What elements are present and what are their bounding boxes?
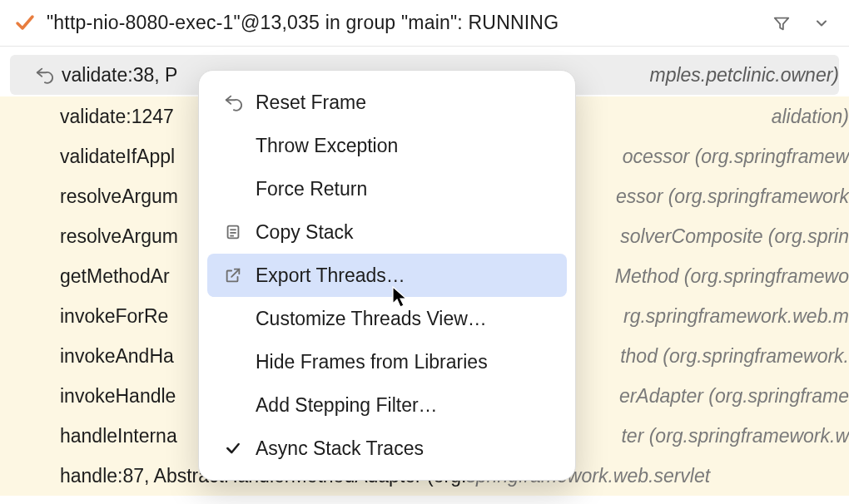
frame-method: handleInterna [60,425,177,447]
frame-method: resolveArgum [60,225,178,248]
frame-package: ocessor (org.springframew [623,146,849,168]
frame-method: invokeForRe [60,305,168,328]
blank-icon [222,308,244,329]
menu-export-threads[interactable]: Export Threads… [207,254,567,297]
menu-customize-threads-view[interactable]: Customize Threads View… [207,297,567,340]
blank-icon [222,394,244,416]
debugger-header: "http-nio-8080-exec-1"@13,035 in group "… [0,0,849,47]
menu-item-label: Force Return [256,178,552,200]
frame-method: validate:1247 [60,106,174,128]
frame-package: mples.petclinic.owner) [649,64,839,86]
frame-package: ter (org.springframework.w [621,425,849,447]
frame-package: alidation) [772,106,849,128]
menu-copy-stack[interactable]: Copy Stack [207,210,567,254]
menu-item-label: Hide Frames from Libraries [256,351,552,373]
frame-method: invokeHandle [60,385,176,408]
menu-item-label: Add Stepping Filter… [256,394,552,417]
menu-add-stepping-filter[interactable]: Add Stepping Filter… [207,383,567,427]
frame-package: essor (org.springframework [616,185,849,208]
blank-icon [222,351,244,373]
stack-icon [222,221,244,243]
menu-reset-frame[interactable]: Reset Frame [207,81,567,124]
frame-method: validateIfAppl [60,146,175,168]
menu-force-return[interactable]: Force Return [207,167,567,210]
check-icon [222,437,244,459]
frame-package: erAdapter (org.springframe [619,385,849,408]
frame-package: thod (org.springframework. [620,345,849,368]
frame-method: getMethodAr [60,265,170,288]
menu-item-label: Copy Stack [256,221,552,244]
menu-async-stack-traces[interactable]: Async Stack Traces [207,427,567,470]
breakpoint-check-icon [15,13,35,33]
filter-icon[interactable] [767,9,796,37]
frame-method: invokeAndHa [60,345,174,368]
blank-icon [222,135,244,156]
menu-item-label: Reset Frame [256,91,552,114]
menu-item-label: Throw Exception [256,135,552,157]
frame-package: solverComposite (org.sprin [620,225,849,248]
frame-method: resolveArgum [60,185,178,208]
frame-package: Method (org.springframewo [615,265,849,288]
frames-context-menu: Reset Frame Throw Exception Force Return… [198,70,576,481]
undo-icon [222,91,244,113]
frame-method: validate:38, P [62,64,177,86]
menu-item-label: Export Threads… [256,264,552,287]
chevron-down-icon[interactable] [807,9,836,37]
menu-item-label: Customize Threads View… [256,308,552,330]
thread-title[interactable]: "http-nio-8080-exec-1"@13,035 in group "… [47,12,756,34]
blank-icon [222,178,244,200]
menu-hide-library-frames[interactable]: Hide Frames from Libraries [207,340,567,383]
export-icon [222,264,244,286]
menu-item-label: Async Stack Traces [256,437,552,460]
reset-frame-icon[interactable] [35,66,53,84]
menu-throw-exception[interactable]: Throw Exception [207,124,567,167]
frame-package: rg.springframework.web.m [623,305,849,328]
